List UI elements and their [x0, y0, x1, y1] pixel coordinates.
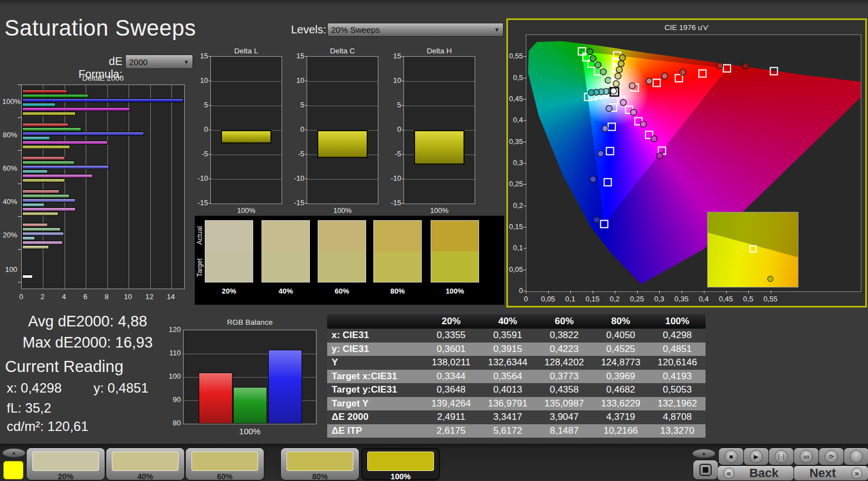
grid-line — [107, 85, 108, 289]
axis-tick-mark — [524, 142, 526, 142]
sample-color-swatch — [287, 452, 353, 471]
delta-c-chart: Delta C 100% 151050-5-10-15 — [292, 47, 384, 216]
color-comparison-swatch — [262, 220, 310, 282]
actual-color-patch — [205, 221, 253, 251]
cie-measured-blue — [602, 126, 608, 132]
sample-button-label: 60% — [186, 472, 264, 481]
y-axis-tick-label: 0,45 — [508, 95, 523, 103]
y-axis-tick-label: 15 — [196, 52, 208, 60]
rgb-bar-red — [199, 373, 233, 424]
current-x-reading: x: 0,4298 — [7, 380, 62, 396]
cie-measured-red — [662, 73, 668, 79]
cie-measured-yellow — [619, 54, 625, 61]
transport-stop-button[interactable]: ■ — [719, 448, 743, 465]
table-cell-value: 0,4851 — [649, 344, 706, 355]
deltae-bar-cyan — [22, 103, 56, 107]
avg-de2000-value: Avg dE2000: 4,88 — [0, 313, 175, 330]
axis-tick-mark — [402, 178, 404, 179]
y-axis-tick-label: 0,5 — [508, 73, 523, 82]
delta-c-plot-area — [307, 56, 378, 204]
transport-record-button[interactable] — [844, 448, 868, 465]
x-axis-tick-label: 0,3 — [649, 295, 669, 303]
grid-line — [211, 155, 282, 155]
stop-icon: ■ — [724, 450, 738, 463]
x-axis-tick-label: 0,5 — [738, 295, 758, 303]
pattern-window-button[interactable] — [693, 460, 718, 479]
back-button[interactable]: « Back — [718, 466, 793, 480]
sample-button-20%[interactable]: 20% — [27, 448, 105, 480]
next-button-label: Next — [794, 466, 851, 480]
x-axis-tick-label: 0,45 — [716, 295, 736, 303]
cie-target-blue — [604, 178, 611, 186]
transport-play-button[interactable]: ▶ — [744, 448, 768, 465]
cie-1976-panel: CIE 1976 u'v' 00,050,10,150,20,250,30,35… — [506, 18, 867, 308]
cie-measured-magenta — [657, 153, 663, 159]
chevron-left-icon: « — [723, 468, 734, 479]
y-axis-tick-label: 10 — [196, 76, 208, 85]
axis-tick-mark — [726, 291, 727, 294]
sample-button-40%[interactable]: 40% — [106, 448, 184, 480]
deltae-bar-green — [22, 194, 70, 198]
levels-dropdown[interactable]: 20% Sweeps ▼ — [327, 23, 504, 37]
collapse-left-button[interactable]: ▲ — [2, 448, 26, 458]
delta-h-category: 100% — [403, 206, 475, 215]
deltae-chart: 02468101214100%80%60%40%20%100 — [2, 77, 194, 308]
y-axis-tick-label: 80 — [167, 419, 181, 427]
cie-measured-yellow — [617, 67, 623, 73]
actual-color-patch — [318, 221, 366, 251]
y-axis-tick-label: -5 — [389, 150, 401, 158]
x-axis-tick-label: 14 — [164, 292, 177, 301]
table-cell-value: 0,4050 — [593, 330, 649, 341]
page-title: Saturation Sweeps — [4, 16, 196, 41]
y-axis-tick-label: 0,1 — [508, 244, 523, 252]
sample-button-100%[interactable]: 100% — [362, 448, 440, 480]
axis-tick-mark — [771, 291, 771, 294]
reference-color-swatch[interactable] — [3, 461, 23, 479]
sample-button-60%[interactable]: 60% — [186, 448, 264, 480]
axis-tick-mark — [402, 154, 404, 155]
grid-line — [404, 81, 475, 82]
deltae-bar-green — [22, 227, 61, 231]
deltae-bar-magenta — [22, 207, 76, 211]
delta-c-title: Delta C — [307, 47, 378, 55]
sample-button-80%[interactable]: 80% — [281, 448, 359, 480]
table-cell-value: 0,3564 — [480, 371, 536, 382]
transport-refresh-button[interactable]: ⟳ — [819, 448, 844, 465]
deltae-bar-red — [22, 123, 68, 127]
table-cell-value: 13,3270 — [649, 425, 706, 437]
table-row-label: Y — [327, 357, 423, 368]
axis-tick-mark — [305, 81, 307, 81]
y-axis-tick-label: 15 — [389, 52, 401, 60]
x-axis-tick-label: 0,35 — [672, 295, 692, 303]
deltae-bar-green — [22, 161, 75, 165]
grid-line — [65, 85, 65, 289]
sample-color-swatch — [112, 452, 179, 471]
transport-infinite-button[interactable]: ∞ — [794, 448, 818, 465]
refresh-icon: ⟳ — [825, 450, 838, 463]
axis-tick-mark — [570, 291, 571, 294]
axis-tick-mark — [305, 154, 307, 155]
axis-tick-mark — [18, 184, 21, 184]
table-cell-value: 0,4298 — [649, 330, 706, 341]
x-label: x: — [7, 380, 17, 395]
y-axis-tick-label: 5 — [292, 101, 304, 109]
table-cell-value: 0,4193 — [649, 371, 706, 382]
de-formula-dropdown[interactable]: 2000 ▼ — [125, 54, 193, 69]
deltae-bar-blue — [22, 232, 64, 236]
next-button[interactable]: Next » — [794, 466, 868, 480]
table-cell-value: 120,6146 — [649, 357, 706, 368]
axis-tick-mark — [524, 78, 526, 78]
table-cell-value: 0,3355 — [423, 330, 480, 341]
table-cell-value: 132,1962 — [649, 398, 706, 409]
table-cell-value: 0,5053 — [649, 384, 706, 395]
grid-line — [43, 85, 43, 289]
collapse-right-button[interactable]: ▲ — [692, 449, 716, 458]
cie-measured-yellow — [615, 73, 621, 79]
grid-line — [86, 85, 86, 289]
grid-line — [404, 106, 475, 106]
grid-line — [404, 179, 475, 180]
cie-target-red — [723, 65, 731, 72]
sample-button-label: 100% — [362, 472, 440, 481]
transport-step-button[interactable]: [··] — [769, 448, 793, 465]
x-axis-tick-label: 0,15 — [583, 295, 603, 303]
